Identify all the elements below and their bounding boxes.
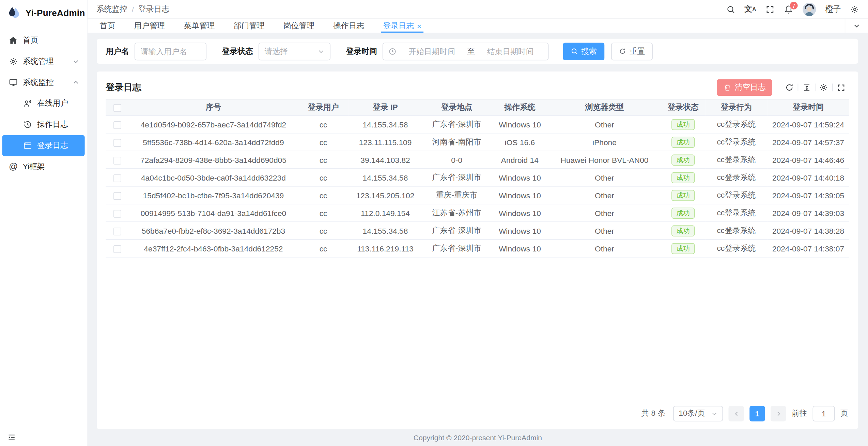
column-header: 登录 IP [349, 99, 422, 116]
status-badge: 成功 [671, 243, 695, 254]
chevron-down-icon [73, 58, 79, 65]
sidebar-item-yi-framework[interactable]: @ Yi框架 [2, 156, 85, 177]
search-button[interactable]: 搜索 [563, 42, 605, 60]
refresh-icon[interactable] [781, 81, 798, 94]
table-tools [781, 81, 849, 94]
goto-suffix: 页 [840, 409, 848, 418]
tab-bar: 首页用户管理菜单管理部门管理岗位管理操作日志登录日志× [88, 18, 868, 33]
table-row: 72afa294-8209-438e-8bb5-3a14dd690d05cc39… [106, 151, 849, 169]
login-status-select[interactable]: 请选择 [259, 42, 330, 60]
panel-header: 登录日志 清空日志 [106, 76, 849, 99]
username-input[interactable] [141, 47, 201, 56]
table-row: 00914995-513b-7104-da91-3a14dd61fce0cc11… [106, 204, 849, 222]
nav-tab[interactable]: 用户管理 [134, 19, 165, 33]
current-page-button[interactable]: 1 [749, 406, 765, 421]
column-settings-icon[interactable] [816, 81, 832, 94]
notification-bell-icon[interactable]: 7 [784, 4, 793, 14]
status-badge: 成功 [671, 172, 695, 183]
notification-badge: 7 [789, 1, 798, 10]
sidebar-item-system-management[interactable]: 系统管理 [2, 51, 85, 72]
clear-logs-button[interactable]: 清空日志 [717, 79, 772, 96]
fullscreen-icon[interactable] [765, 5, 774, 14]
table-row: 4e1d0549-b092-657b-aec7-3a14dd749fd2cc14… [106, 116, 849, 133]
search-form: 用户名 登录状态 请选择 登录时间 [97, 39, 858, 64]
status-badge: 成功 [671, 119, 695, 130]
main-column: 系统监控 / 登录日志 文A 7 橙子 [88, 0, 868, 446]
fullscreen-icon[interactable] [833, 81, 849, 94]
sidebar-item-online-users[interactable]: 在线用户 [2, 93, 85, 114]
sidebar-item-login-log[interactable]: 登录日志 [2, 135, 85, 156]
breadcrumb-separator: / [132, 5, 134, 14]
row-checkbox[interactable] [113, 174, 121, 182]
row-checkbox[interactable] [113, 192, 121, 200]
prev-page-button[interactable] [729, 406, 744, 421]
sidebar-item-system-monitor[interactable]: 系统监控 [2, 72, 85, 93]
chevron-up-icon [73, 79, 79, 86]
sidebar-item-operation-log[interactable]: 操作日志 [2, 114, 85, 135]
table-row: 15d5f402-bc1b-cfbe-7f95-3a14dd620439cc12… [106, 186, 849, 204]
logo-title: Yi-PureAdmin [26, 8, 85, 18]
panel-title: 登录日志 [106, 82, 141, 93]
search-icon[interactable] [726, 5, 735, 14]
chevron-down-icon [318, 48, 325, 55]
navbar-actions: 文A 7 橙子 [726, 2, 859, 16]
tab-close-icon[interactable]: × [417, 22, 421, 30]
row-checkbox[interactable] [113, 227, 121, 235]
nav-tab[interactable]: 操作日志 [333, 19, 364, 33]
gear-icon[interactable] [850, 5, 859, 14]
goto-page-input[interactable] [813, 406, 835, 421]
select-all-checkbox[interactable] [113, 104, 121, 112]
row-checkbox[interactable] [113, 121, 121, 129]
column-header: 登录地点 [422, 99, 492, 116]
sidebar-item-home[interactable]: 首页 [2, 30, 85, 51]
sidebar-collapse-button[interactable] [7, 433, 16, 442]
row-checkbox[interactable] [113, 156, 121, 164]
username-field[interactable] [135, 42, 206, 60]
nav-tab[interactable]: 岗位管理 [283, 19, 314, 33]
status-badge: 成功 [671, 154, 695, 166]
row-checkbox[interactable] [113, 210, 121, 217]
table-row: 4e37ff12-2fc4-b463-0fbb-3a14dd612252cc11… [106, 240, 849, 257]
login-time-range-picker[interactable]: 至 [383, 42, 549, 60]
nav-tab[interactable]: 首页 [100, 19, 115, 33]
home-icon [9, 36, 18, 45]
sidebar: Yi-PureAdmin 首页 系统管理 [0, 0, 88, 446]
column-header: 登录用户 [298, 99, 349, 116]
density-icon[interactable] [798, 81, 815, 94]
sidebar-item-label: 系统管理 [23, 57, 54, 66]
avatar[interactable] [803, 2, 816, 16]
logo-drop-icon [7, 6, 21, 20]
row-checkbox[interactable] [113, 139, 121, 147]
column-header: 操作系统 [492, 99, 548, 116]
column-header: 浏览器类型 [548, 99, 661, 116]
chevron-down-icon [711, 411, 717, 417]
end-datetime-input[interactable] [478, 47, 543, 56]
login-log-icon [23, 141, 32, 150]
sidebar-item-label: 首页 [23, 35, 38, 45]
nav-tab[interactable]: 登录日志× [383, 19, 421, 33]
history-icon [23, 120, 32, 129]
logo[interactable]: Yi-PureAdmin [0, 0, 87, 27]
panel-toolbar: 清空日志 [717, 79, 849, 96]
login-log-table: 序号登录用户登录 IP登录地点操作系统浏览器类型登录状态登录行为登录时间 4e1… [106, 99, 849, 258]
login-log-panel: 登录日志 清空日志 [97, 72, 858, 429]
clock-icon [389, 47, 397, 55]
sidebar-item-label: 操作日志 [37, 120, 68, 129]
reset-button[interactable]: 重置 [611, 42, 653, 60]
nav-tab[interactable]: 部门管理 [234, 19, 265, 33]
start-datetime-input[interactable] [400, 47, 464, 56]
nav-tab[interactable]: 菜单管理 [184, 19, 215, 33]
row-checkbox[interactable] [113, 245, 121, 253]
sidebar-item-label: 在线用户 [37, 98, 68, 108]
next-page-button[interactable] [771, 406, 786, 421]
translate-icon[interactable]: 文A [744, 4, 756, 14]
top-navbar: 系统监控 / 登录日志 文A 7 橙子 [88, 0, 868, 18]
tabs-menu-button[interactable] [845, 19, 868, 33]
page-size-select[interactable]: 10条/页 [673, 406, 723, 421]
breadcrumb-item[interactable]: 系统监控 [96, 4, 127, 14]
copyright-text: Copyright © 2020-present Yi-PureAdmin [414, 433, 542, 442]
column-header: 登录行为 [705, 99, 767, 116]
gear-icon [9, 57, 18, 66]
username-label[interactable]: 橙子 [825, 4, 841, 14]
breadcrumb: 系统监控 / 登录日志 [96, 4, 169, 14]
